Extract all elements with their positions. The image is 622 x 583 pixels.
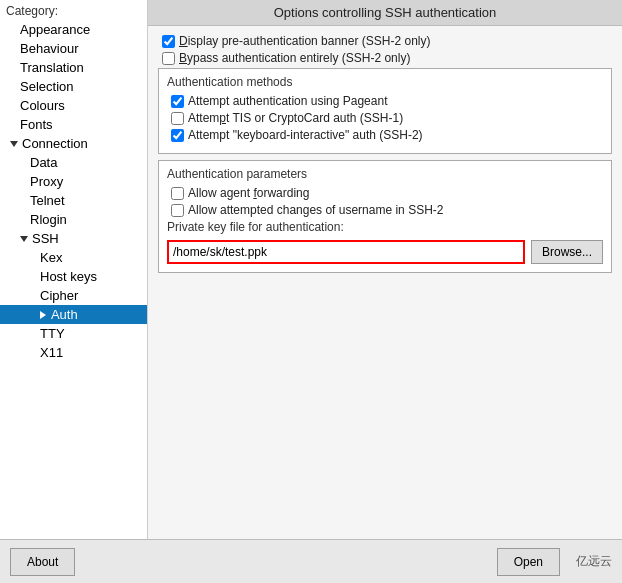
sidebar-item-fonts[interactable]: Fonts	[0, 115, 147, 134]
underline-D: D	[179, 34, 188, 48]
auth-methods-title: Authentication methods	[167, 75, 603, 89]
expand-icon	[10, 141, 18, 147]
open-button[interactable]: Open	[497, 548, 560, 576]
checkbox-pageant: Attempt authentication using Pageant	[167, 94, 603, 108]
sidebar-item-appearance[interactable]: Appearance	[0, 20, 147, 39]
checkbox-keyboard-label: Attempt "keyboard-interactive" auth (SSH…	[188, 128, 423, 142]
right-panel: Options controlling SSH authentication D…	[148, 0, 622, 539]
sidebar-item-telnet[interactable]: Telnet	[0, 191, 147, 210]
auth-methods-group: Authentication methods Attempt authentic…	[158, 68, 612, 154]
sidebar-item-selection[interactable]: Selection	[0, 77, 147, 96]
sidebar: Category: Appearance Behaviour Translati…	[0, 0, 148, 539]
panel-title: Options controlling SSH authentication	[148, 0, 622, 26]
checkbox-pageant-input[interactable]	[171, 95, 184, 108]
sidebar-item-data[interactable]: Data	[0, 153, 147, 172]
key-file-input[interactable]	[167, 240, 525, 264]
underline-B: B	[179, 51, 187, 65]
sidebar-item-proxy[interactable]: Proxy	[0, 172, 147, 191]
checkbox-username-changes-label: Allow attempted changes of username in S…	[188, 203, 443, 217]
checkbox-agent-fwd: Allow agent forwarding	[167, 186, 603, 200]
sidebar-item-translation[interactable]: Translation	[0, 58, 147, 77]
checkbox-agent-fwd-input[interactable]	[171, 187, 184, 200]
sidebar-item-behaviour[interactable]: Behaviour	[0, 39, 147, 58]
expand-icon-ssh	[20, 236, 28, 242]
checkbox-display-banner-label: Display pre-authentication banner (SSH-2…	[179, 34, 430, 48]
key-file-label: Private key file for authentication:	[167, 220, 603, 234]
underline-p: p	[219, 111, 226, 125]
underline-f: f	[253, 186, 256, 200]
active-arrow-icon	[40, 311, 46, 319]
sidebar-item-hostkeys[interactable]: Host keys	[0, 267, 147, 286]
key-file-row: Browse...	[167, 240, 603, 264]
checkbox-tis-label: Attempt TIS or CryptoCard auth (SSH-1)	[188, 111, 403, 125]
sidebar-item-auth[interactable]: Auth	[0, 305, 147, 324]
sidebar-item-auth-label: Auth	[51, 307, 78, 322]
checkbox-display-banner-input[interactable]	[162, 35, 175, 48]
sidebar-group-ssh[interactable]: SSH	[0, 229, 147, 248]
about-button[interactable]: About	[10, 548, 75, 576]
auth-params-group: Authentication parameters Allow agent fo…	[158, 160, 612, 273]
sidebar-item-x11[interactable]: X11	[0, 343, 147, 362]
sidebar-item-rlogin[interactable]: Rlogin	[0, 210, 147, 229]
checkbox-bypass-auth-label: Bypass authentication entirely (SSH-2 on…	[179, 51, 410, 65]
sidebar-item-cipher[interactable]: Cipher	[0, 286, 147, 305]
sidebar-item-colours[interactable]: Colours	[0, 96, 147, 115]
sidebar-group-ssh-label: SSH	[32, 231, 59, 246]
checkbox-bypass-auth-input[interactable]	[162, 52, 175, 65]
checkbox-keyboard-input[interactable]	[171, 129, 184, 142]
checkbox-username-changes-input[interactable]	[171, 204, 184, 217]
checkbox-display-banner: Display pre-authentication banner (SSH-2…	[158, 34, 612, 48]
bottom-bar: About Open 亿远云	[0, 539, 622, 583]
checkbox-tis-input[interactable]	[171, 112, 184, 125]
brand-logo: 亿远云	[576, 553, 612, 570]
browse-button[interactable]: Browse...	[531, 240, 603, 264]
sidebar-group-connection[interactable]: Connection	[0, 134, 147, 153]
checkbox-agent-fwd-label: Allow agent forwarding	[188, 186, 309, 200]
sidebar-item-kex[interactable]: Kex	[0, 248, 147, 267]
checkbox-bypass-auth: Bypass authentication entirely (SSH-2 on…	[158, 51, 612, 65]
checkbox-keyboard: Attempt "keyboard-interactive" auth (SSH…	[167, 128, 603, 142]
sidebar-header: Category:	[0, 0, 147, 20]
checkbox-username-changes: Allow attempted changes of username in S…	[167, 203, 603, 217]
panel-body: Display pre-authentication banner (SSH-2…	[148, 26, 622, 539]
auth-params-title: Authentication parameters	[167, 167, 603, 181]
checkbox-pageant-label: Attempt authentication using Pageant	[188, 94, 387, 108]
sidebar-group-connection-label: Connection	[22, 136, 88, 151]
sidebar-item-tty[interactable]: TTY	[0, 324, 147, 343]
checkbox-tis: Attempt TIS or CryptoCard auth (SSH-1)	[167, 111, 603, 125]
